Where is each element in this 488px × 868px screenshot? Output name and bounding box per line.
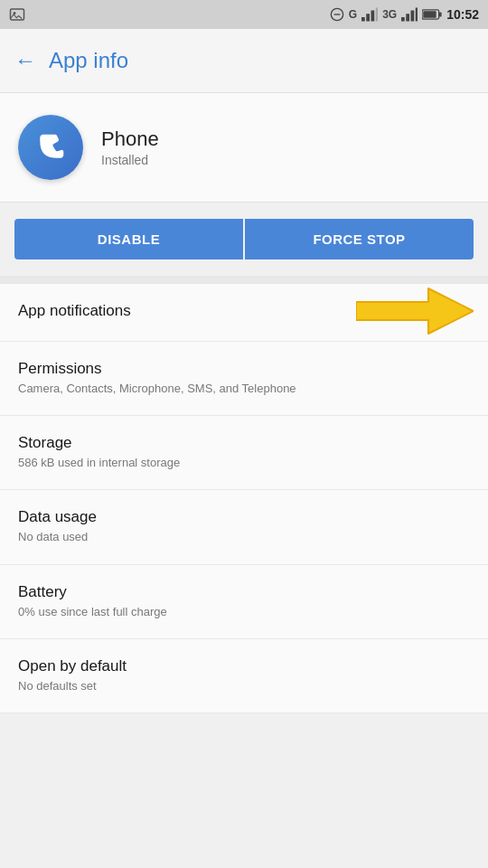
open-by-default-title: Open by default (18, 657, 470, 675)
status-bar: G 3G 10:52 (0, 0, 488, 29)
dnd-icon (330, 7, 344, 22)
storage-subtitle: 586 kB used in internal storage (18, 455, 470, 471)
open-by-default-subtitle: No defaults set (18, 678, 470, 694)
svg-rect-9 (406, 14, 409, 21)
storage-item[interactable]: Storage 586 kB used in internal storage (0, 416, 488, 490)
svg-rect-5 (366, 14, 370, 21)
svg-rect-10 (411, 11, 415, 22)
svg-marker-15 (356, 288, 474, 334)
svg-rect-7 (376, 8, 378, 22)
page-title: App info (49, 48, 128, 73)
arrow-annotation (356, 284, 474, 342)
divider (0, 276, 488, 283)
data-usage-title: Data usage (18, 508, 470, 526)
svg-rect-13 (439, 12, 442, 16)
svg-rect-6 (371, 11, 375, 22)
data-usage-item[interactable]: Data usage No data used (0, 490, 488, 564)
app-info-text: Phone Installed (101, 127, 159, 167)
top-bar: ← App info (0, 29, 488, 92)
disable-button[interactable]: DISABLE (14, 219, 243, 259)
app-name: Phone (101, 127, 159, 151)
signal-bars-icon (361, 7, 378, 22)
status-bar-left (9, 6, 25, 23)
app-install-status: Installed (101, 153, 159, 167)
sections-list: App notifications Permissions Camera, Co… (0, 283, 488, 713)
battery-icon (422, 8, 442, 21)
status-bar-right: G 3G 10:52 (330, 7, 479, 22)
battery-subtitle: 0% use since last full charge (18, 604, 470, 620)
battery-item[interactable]: Battery 0% use since last full charge (0, 565, 488, 639)
signal-bars-2-icon (401, 7, 418, 22)
force-stop-button[interactable]: FORCE STOP (245, 219, 474, 259)
svg-rect-11 (416, 8, 418, 22)
action-buttons-row: DISABLE FORCE STOP (0, 203, 488, 276)
network-type: 3G (382, 8, 397, 21)
open-by-default-item[interactable]: Open by default No defaults set (0, 639, 488, 713)
permissions-subtitle: Camera, Contacts, Microphone, SMS, and T… (18, 381, 470, 397)
image-icon (9, 6, 25, 23)
svg-rect-4 (361, 17, 365, 22)
app-icon (18, 115, 83, 180)
app-notifications-item[interactable]: App notifications (0, 283, 488, 342)
arrow-svg (356, 284, 474, 338)
svg-rect-14 (423, 11, 436, 18)
phone-icon-svg (32, 128, 70, 166)
g-signal-icon: G (349, 8, 357, 21)
battery-title: Battery (18, 583, 470, 601)
back-button[interactable]: ← (14, 50, 36, 71)
storage-title: Storage (18, 434, 470, 452)
permissions-title: Permissions (18, 360, 470, 378)
permissions-item[interactable]: Permissions Camera, Contacts, Microphone… (0, 342, 488, 416)
status-time: 10:52 (446, 7, 479, 22)
data-usage-subtitle: No data used (18, 529, 470, 545)
app-card: Phone Installed (0, 92, 488, 203)
svg-rect-8 (401, 17, 405, 22)
